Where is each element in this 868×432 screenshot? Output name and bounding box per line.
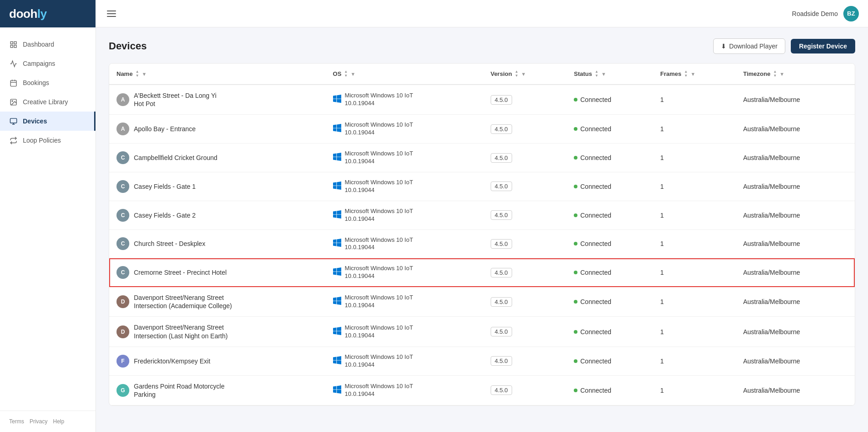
table-header: Name ▲ ▼ ▼ OS [109, 64, 855, 85]
device-name-cell-7: D Davenport Street/Nerang StreetIntersec… [109, 287, 326, 317]
campaigns-icon [9, 59, 17, 68]
version-filter-icon[interactable]: ▼ [521, 71, 526, 77]
name-sort[interactable]: ▲ ▼ [135, 70, 139, 78]
timezone-sort[interactable]: ▲ ▼ [773, 70, 777, 78]
name-filter-icon[interactable]: ▼ [142, 71, 147, 77]
device-avatar: C [116, 180, 129, 193]
table-row[interactable]: C Casey Fields - Gate 1 Microsoft Window… [109, 172, 855, 201]
device-timezone-cell-0: Australia/Melbourne [736, 85, 855, 115]
status-dot [574, 127, 577, 131]
footer-privacy-link[interactable]: Privacy [30, 418, 48, 425]
device-os-name: Microsoft Windows 10 IoT10.0.19044 [345, 383, 413, 398]
svg-point-9 [11, 100, 12, 101]
device-name: Casey Fields - Gate 2 [134, 211, 196, 219]
device-avatar: D [116, 295, 129, 308]
device-name-cell-8: D Davenport Street/Nerang StreetIntersec… [109, 317, 326, 347]
table-row[interactable]: C Church Street - Deskplex Microsoft Win… [109, 229, 855, 258]
sidebar: doohly Dashboard Campaigns Bookings Crea… [0, 0, 96, 432]
status-text: Connected [580, 298, 611, 305]
table-row[interactable]: G Gardens Point Road MotorcycleParking M… [109, 375, 855, 405]
version-sort[interactable]: ▲ ▼ [515, 70, 519, 78]
table-row[interactable]: C Campbellfield Cricket Ground Microsoft… [109, 144, 855, 172]
table-row[interactable]: D Davenport Street/Nerang StreetIntersec… [109, 317, 855, 347]
device-name-cell-4: C Casey Fields - Gate 2 [109, 201, 326, 229]
device-avatar: G [116, 384, 129, 397]
loop-policies-icon [9, 136, 17, 144]
svg-rect-1 [14, 42, 16, 44]
device-status-cell-2: Connected [566, 144, 653, 172]
device-status-cell-10: Connected [566, 375, 653, 405]
page-actions: ⬇ Download Player Register Device [713, 38, 855, 54]
table-row[interactable]: A Apollo Bay - Entrance Microsoft Window… [109, 115, 855, 144]
table-body: A A'Beckett Street - Da Long YiHot Pot M… [109, 85, 855, 405]
table-row[interactable]: A A'Beckett Street - Da Long YiHot Pot M… [109, 85, 855, 115]
device-status-cell-9: Connected [566, 347, 653, 375]
device-frames-cell-9: 1 [653, 347, 736, 375]
device-name-cell-1: A Apollo Bay - Entrance [109, 115, 326, 144]
timezone-filter-icon[interactable]: ▼ [779, 71, 784, 77]
frames-filter-icon[interactable]: ▼ [691, 71, 696, 77]
register-device-button[interactable]: Register Device [791, 39, 855, 53]
windows-icon [333, 297, 341, 307]
col-name: Name ▲ ▼ ▼ [109, 64, 326, 85]
sidebar-item-label: Dashboard [23, 41, 54, 48]
sidebar-nav: Dashboard Campaigns Bookings Creative Li… [0, 27, 95, 411]
download-player-button[interactable]: ⬇ Download Player [713, 38, 785, 54]
device-status-cell-0: Connected [566, 85, 653, 115]
device-status-cell-1: Connected [566, 115, 653, 144]
device-os-cell-4: Microsoft Windows 10 IoT10.0.19044 [326, 201, 483, 229]
sidebar-item-creative-library[interactable]: Creative Library [0, 92, 95, 112]
status-dot [574, 185, 577, 188]
sidebar-item-bookings[interactable]: Bookings [0, 73, 95, 92]
sidebar-item-campaigns[interactable]: Campaigns [0, 54, 95, 73]
device-os-cell-1: Microsoft Windows 10 IoT10.0.19044 [326, 115, 483, 144]
svg-rect-10 [10, 118, 16, 123]
version-badge: 4.5.0 [491, 297, 512, 307]
device-os-cell-3: Microsoft Windows 10 IoT10.0.19044 [326, 172, 483, 201]
device-status-cell-7: Connected [566, 287, 653, 317]
device-avatar: C [116, 209, 129, 222]
table-row[interactable]: D Davenport Street/Nerang StreetIntersec… [109, 287, 855, 317]
device-timezone-cell-10: Australia/Melbourne [736, 375, 855, 405]
os-sort[interactable]: ▲ ▼ [344, 70, 348, 78]
col-version: Version ▲ ▼ ▼ [483, 64, 567, 85]
sidebar-item-label: Devices [23, 117, 47, 125]
status-text: Connected [580, 96, 611, 103]
table-row[interactable]: C Casey Fields - Gate 2 Microsoft Window… [109, 201, 855, 229]
footer-terms-link[interactable]: Terms [9, 418, 24, 425]
device-name: A'Beckett Street - Da Long YiHot Pot [134, 91, 217, 108]
status-text: Connected [580, 357, 611, 365]
status-filter-icon[interactable]: ▼ [601, 71, 606, 77]
table-row[interactable]: F Frederickton/Kempsey Exit Microsoft Wi… [109, 347, 855, 375]
page-header: Devices ⬇ Download Player Register Devic… [109, 38, 855, 54]
sidebar-item-loop-policies[interactable]: Loop Policies [0, 131, 95, 150]
device-os-name: Microsoft Windows 10 IoT10.0.19044 [345, 121, 413, 137]
frames-sort[interactable]: ▲ ▼ [684, 70, 688, 78]
col-os: OS ▲ ▼ ▼ [326, 64, 483, 85]
sidebar-footer: Terms Privacy Help [0, 411, 95, 432]
header-left [105, 9, 118, 19]
device-name: Davenport Street/Nerang StreetIntersecti… [134, 323, 228, 340]
device-name: Campbellfield Cricket Ground [134, 154, 217, 162]
avatar[interactable]: BZ [843, 6, 859, 21]
table-row[interactable]: C Cremorne Street - Precinct Hotel Micro… [109, 258, 855, 287]
header: Roadside Demo BZ [96, 0, 868, 27]
device-avatar: C [116, 151, 129, 164]
os-filter-icon[interactable]: ▼ [350, 71, 355, 77]
version-badge: 4.5.0 [491, 124, 512, 134]
sidebar-item-dashboard[interactable]: Dashboard [0, 35, 95, 54]
device-version-cell-7: 4.5.0 [483, 287, 567, 317]
windows-icon [333, 239, 341, 249]
sidebar-item-devices[interactable]: Devices [0, 112, 95, 131]
device-timezone-cell-2: Australia/Melbourne [736, 144, 855, 172]
hamburger-menu[interactable] [105, 9, 118, 19]
device-name: Davenport Street/Nerang StreetIntersecti… [134, 293, 232, 310]
status-sort[interactable]: ▲ ▼ [595, 70, 598, 78]
status-text: Connected [580, 183, 611, 190]
device-name: Church Street - Deskplex [134, 240, 205, 248]
col-timezone: Timezone ▲ ▼ ▼ [736, 64, 855, 85]
device-os-cell-5: Microsoft Windows 10 IoT10.0.19044 [326, 229, 483, 258]
device-version-cell-1: 4.5.0 [483, 115, 567, 144]
footer-help-link[interactable]: Help [53, 418, 64, 425]
download-icon: ⬇ [721, 43, 726, 50]
